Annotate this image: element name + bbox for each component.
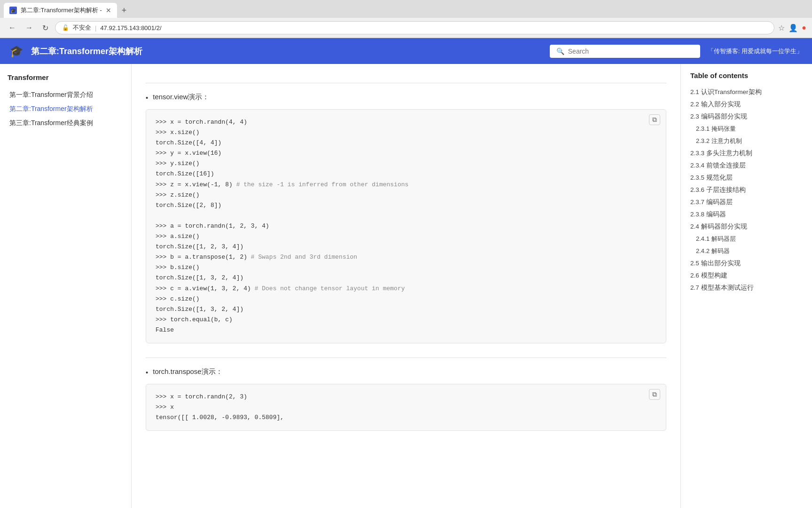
toc-item-231[interactable]: 2.3.1 掩码张量: [690, 123, 803, 135]
code-line: >>> b = a.transpose(1, 2) # Swaps 2nd an…: [156, 252, 656, 262]
code-line: torch.Size([4, 4]): [156, 138, 656, 148]
code-line: >>> y = x.view(16): [156, 148, 656, 159]
bullet-dot-1: •: [146, 94, 148, 102]
toc-item-21[interactable]: 2.1 认识Transformer架构: [690, 86, 803, 98]
bullet-item-2: • torch.transpose演示：: [146, 367, 666, 376]
tab-title: 第二章:Transformer架构解析 -: [21, 6, 102, 15]
sidebar-item-chapter3[interactable]: 第三章:Transformer经典案例: [8, 116, 124, 130]
bullet-dot-2: •: [146, 368, 148, 376]
code-line: torch.Size([1, 2, 3, 4]): [156, 242, 656, 252]
extension-button[interactable]: ●: [802, 24, 806, 32]
active-tab[interactable]: 🎓 第二章:Transformer架构解析 - ✕: [4, 3, 117, 18]
code-line: >>> x.size(): [156, 127, 656, 138]
forward-button[interactable]: →: [23, 23, 36, 33]
code-line: torch.Size([1, 3, 2, 4]): [156, 273, 656, 283]
main-layout: Transformer 第一章:Transformer背景介绍 第二章:Tran…: [0, 64, 812, 508]
toc-item-242[interactable]: 2.4.2 解码器: [690, 245, 803, 257]
tab-favicon: 🎓: [9, 7, 17, 14]
toc-item-235[interactable]: 2.3.5 规范化层: [690, 172, 803, 184]
code-line: torch.Size([16]): [156, 169, 656, 179]
app-header: 🎓 第二章:Transformer架构解析 🔍 「传智播客: 用爱成就每一位学生…: [0, 38, 812, 64]
top-divider: [146, 83, 666, 83]
code-line: >>> y.size(): [156, 159, 656, 169]
sidebar-item-chapter2[interactable]: 第二章:Transformer架构解析: [8, 102, 124, 116]
tab-bar: 🎓 第二章:Transformer架构解析 - ✕ +: [0, 0, 812, 18]
code-line: False: [156, 325, 656, 335]
toc-item-238[interactable]: 2.3.8 编码器: [690, 208, 803, 221]
code-line: >>> c = a.view(1, 3, 2, 4) # Does not ch…: [156, 284, 656, 294]
address-bar: ← → ↻ 🔓 不安全 | 47.92.175.143:8001/2/ ☆ 👤 …: [0, 18, 812, 38]
code-line: torch.Size([1, 3, 2, 4]): [156, 304, 656, 315]
mid-divider: [146, 357, 666, 358]
copy-button-2[interactable]: ⧉: [649, 389, 660, 400]
code-line: torch.Size([2, 8]): [156, 200, 656, 211]
code-block-2: ⧉ >>> x = torch.randn(2, 3) >>> x tensor…: [146, 384, 666, 431]
search-icon: 🔍: [556, 48, 564, 55]
content-area: • tensor.view演示： ⧉ >>> x = torch.randn(4…: [132, 64, 680, 508]
toc-item-236[interactable]: 2.3.6 子层连接结构: [690, 184, 803, 196]
bullet-text-2: torch.transpose演示：: [153, 367, 222, 376]
app-logo: 🎓: [9, 45, 23, 58]
toc-panel: Table of contents 2.1 认识Transformer架构 2.…: [680, 64, 812, 508]
reload-button[interactable]: ↻: [39, 23, 51, 33]
bullet-text-1: tensor.view演示：: [153, 93, 209, 102]
sidebar-item-chapter1[interactable]: 第一章:Transformer背景介绍: [8, 88, 124, 102]
browser-chrome: 🎓 第二章:Transformer架构解析 - ✕ + ← → ↻ 🔓 不安全 …: [0, 0, 812, 38]
code-line: >>> x = torch.randn(4, 4): [156, 117, 656, 127]
toc-title: Table of contents: [690, 71, 803, 79]
code-block-1: ⧉ >>> x = torch.randn(4, 4) >>> x.size()…: [146, 109, 666, 343]
address-text: 47.92.175.143:8001/2/: [100, 24, 161, 32]
bullet-item-1: • tensor.view演示：: [146, 93, 666, 102]
tab-close-button[interactable]: ✕: [106, 7, 111, 14]
code-line: >>> x = torch.randn(2, 3): [156, 392, 656, 402]
copy-button-1[interactable]: ⧉: [649, 114, 660, 125]
toc-item-26[interactable]: 2.6 模型构建: [690, 270, 803, 282]
toc-item-25[interactable]: 2.5 输出部分实现: [690, 257, 803, 270]
security-label: 不安全: [73, 24, 91, 32]
toc-item-27[interactable]: 2.7 模型基本测试运行: [690, 282, 803, 294]
back-button[interactable]: ←: [6, 23, 19, 33]
profile-button[interactable]: 👤: [789, 24, 798, 32]
address-input[interactable]: 🔓 不安全 | 47.92.175.143:8001/2/: [55, 21, 774, 34]
code-line: >>> a = torch.randn(1, 2, 3, 4): [156, 221, 656, 231]
toc-item-232[interactable]: 2.3.2 注意力机制: [690, 135, 803, 147]
code-line: >>> z.size(): [156, 190, 656, 200]
toc-item-23[interactable]: 2.3 编码器部分实现: [690, 111, 803, 123]
toc-item-234[interactable]: 2.3.4 前馈全连接层: [690, 159, 803, 172]
app-title: 第二章:Transformer架构解析: [31, 46, 542, 57]
code-line: >>> z = x.view(-1, 8) # the size -1 is i…: [156, 180, 656, 190]
toc-item-24[interactable]: 2.4 解码器部分实现: [690, 221, 803, 233]
toc-item-233[interactable]: 2.3.3 多头注意力机制: [690, 147, 803, 159]
address-actions: ☆ 👤 ●: [778, 24, 806, 32]
new-tab-button[interactable]: +: [119, 4, 130, 17]
code-line: >>> b.size(): [156, 262, 656, 273]
sidebar-title: Transformer: [8, 73, 124, 81]
address-separator: |: [95, 24, 96, 32]
security-icon: 🔓: [62, 24, 69, 31]
toc-item-237[interactable]: 2.3.7 编码器层: [690, 196, 803, 208]
code-line: >>> x: [156, 402, 656, 413]
sidebar: Transformer 第一章:Transformer背景介绍 第二章:Tran…: [0, 64, 132, 508]
header-motto: 「传智播客: 用爱成就每一位学生」: [708, 47, 803, 56]
code-line: tensor([[ 1.0028, -0.9893, 0.5809],: [156, 413, 656, 423]
code-line: >>> torch.equal(b, c): [156, 315, 656, 325]
bookmark-button[interactable]: ☆: [778, 24, 785, 32]
code-line: >>> a.size(): [156, 231, 656, 242]
search-input[interactable]: [568, 48, 694, 55]
toc-item-241[interactable]: 2.4.1 解码器层: [690, 233, 803, 245]
search-bar[interactable]: 🔍: [550, 45, 700, 58]
code-line: >>> c.size(): [156, 294, 656, 304]
toc-item-22[interactable]: 2.2 输入部分实现: [690, 98, 803, 111]
